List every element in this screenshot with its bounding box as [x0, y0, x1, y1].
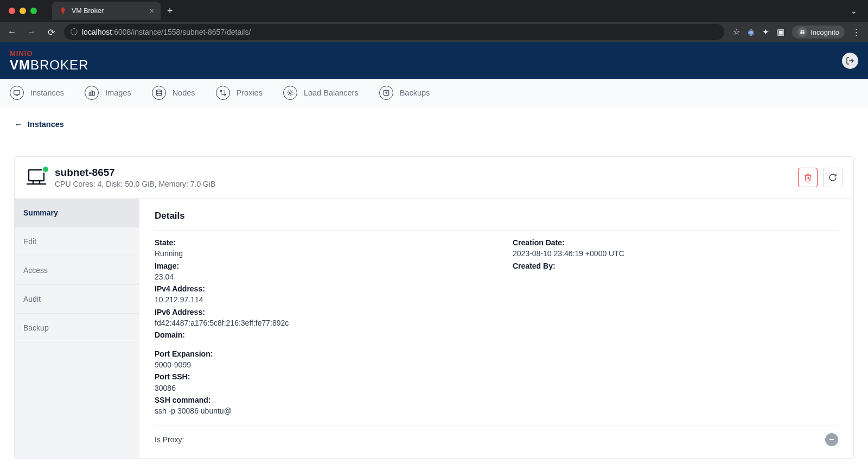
browser-tab[interactable]: VM Broker ×	[52, 2, 161, 20]
svg-rect-3	[14, 90, 20, 94]
bookmark-star-icon[interactable]: ☆	[733, 27, 740, 37]
svg-point-9	[220, 90, 221, 91]
trash-icon	[803, 173, 812, 182]
delete-instance-button[interactable]	[798, 168, 818, 187]
svg-point-11	[289, 92, 291, 94]
site-info-icon[interactable]: ⓘ	[71, 27, 78, 37]
details-left-column: State: Running Image: 23.04 IPv4 Address…	[155, 236, 480, 417]
app-brand: MINIO VMBROKER	[10, 49, 88, 73]
browser-menu-icon[interactable]: ⋮	[852, 27, 860, 37]
nav-instances[interactable]: Instances	[10, 86, 64, 100]
svg-point-1	[802, 32, 805, 34]
window-controls	[4, 8, 41, 14]
card-header: subnet-8657 CPU Cores: 4, Disk: 50.0 GiB…	[15, 157, 853, 199]
extensions-icon[interactable]: ✦	[762, 27, 769, 37]
port-ssh-label: Port SSH:	[155, 371, 480, 382]
image-label: Image:	[155, 261, 480, 271]
port-ssh-value: 30086	[155, 383, 480, 393]
side-tab-audit[interactable]: Audit	[15, 285, 139, 314]
side-tab-access[interactable]: Access	[15, 256, 139, 285]
url-port: :6008	[112, 28, 131, 36]
nav-forward-button[interactable]: →	[25, 27, 38, 37]
creation-date-label: Creation Date:	[513, 237, 838, 248]
logout-button[interactable]	[842, 53, 858, 69]
breadcrumb-label: Instances	[28, 120, 64, 129]
logout-icon	[846, 56, 854, 65]
state-value: Running	[155, 248, 480, 259]
ssh-command-label: SSH command:	[155, 395, 480, 405]
tab-close-icon[interactable]: ×	[150, 7, 154, 15]
url-path: /instance/1558/subnet-8657/details/	[131, 28, 251, 36]
nav-backups[interactable]: Backups	[379, 86, 430, 100]
details-heading: Details	[155, 211, 838, 221]
svg-rect-5	[89, 93, 91, 96]
ipv6-value: fd42:4487:a176:5c8f:216:3eff:fe77:892c	[155, 317, 480, 328]
is-proxy-label: Is Proxy:	[155, 435, 184, 444]
state-label: State:	[155, 237, 480, 248]
tab-favicon-icon	[59, 7, 67, 15]
ipv6-label: IPv6 Address:	[155, 307, 480, 317]
url-host: localhost	[82, 28, 112, 36]
extension-badge-icon[interactable]: ◉	[748, 27, 755, 37]
status-running-dot	[42, 166, 49, 173]
port-expansion-value: 9000-9099	[155, 359, 480, 370]
svg-rect-6	[91, 91, 93, 95]
incognito-icon	[797, 27, 807, 37]
side-tab-edit[interactable]: Edit	[15, 227, 139, 256]
is-proxy-indicator: −	[825, 433, 838, 446]
side-tab-backup[interactable]: Backup	[15, 314, 139, 342]
url-input[interactable]: ⓘ localhost:6008/instance/1558/subnet-86…	[64, 24, 724, 40]
instances-icon	[10, 86, 24, 100]
nodes-icon	[152, 86, 166, 100]
instance-icon	[25, 168, 47, 187]
svg-rect-13	[29, 170, 44, 181]
ssh-command-value: ssh -p 30086 ubuntu@	[155, 405, 480, 416]
brand-main: VMBROKER	[10, 58, 88, 73]
images-icon	[85, 86, 99, 100]
top-nav: Instances Images Nodes Proxies Load Bala…	[0, 79, 868, 106]
window-close-button[interactable]	[9, 8, 15, 14]
brand-top: MINIO	[10, 49, 88, 58]
nav-proxies[interactable]: Proxies	[216, 86, 263, 100]
image-value: 23.04	[155, 271, 480, 282]
svg-point-0	[800, 32, 802, 34]
instance-card: subnet-8657 CPU Cores: 4, Disk: 50.0 GiB…	[14, 156, 854, 459]
content-area: subnet-8657 CPU Cores: 4, Disk: 50.0 GiB…	[0, 142, 868, 470]
nav-reload-button[interactable]: ⟳	[44, 27, 58, 37]
creation-date-value: 2023-08-10 23:46:19 +0000 UTC	[513, 248, 838, 259]
browser-address-bar: ← → ⟳ ⓘ localhost:6008/instance/1558/sub…	[0, 22, 868, 42]
window-maximize-button[interactable]	[30, 8, 37, 14]
nav-load-balancers[interactable]: Load Balancers	[283, 86, 359, 100]
breadcrumb[interactable]: ← Instances	[0, 106, 868, 142]
load-balancers-icon	[283, 86, 297, 100]
is-proxy-row: Is Proxy: −	[155, 425, 838, 446]
refresh-icon	[828, 173, 837, 182]
svg-point-10	[224, 94, 225, 95]
app-header: MINIO VMBROKER	[0, 42, 868, 79]
svg-rect-7	[93, 92, 94, 95]
browser-chrome: VM Broker × + ⌄ ← → ⟳ ⓘ localhost:6008/i…	[0, 0, 868, 42]
browser-tab-bar: VM Broker × + ⌄	[0, 0, 868, 22]
domain-label: Domain:	[155, 329, 480, 340]
side-tab-summary[interactable]: Summary	[15, 199, 139, 227]
card-body: Summary Edit Access Audit Backup Details…	[15, 199, 853, 458]
instance-specs: CPU Cores: 4, Disk: 50.0 GiB, Memory: 7.…	[55, 180, 215, 188]
port-expansion-label: Port Expansion:	[155, 348, 480, 359]
nav-back-button[interactable]: ←	[5, 27, 18, 37]
back-arrow-icon: ←	[14, 119, 22, 129]
incognito-label: Incognito	[810, 28, 839, 36]
incognito-indicator[interactable]: Incognito	[792, 26, 845, 39]
nav-images[interactable]: Images	[85, 86, 131, 100]
tabs-dropdown-icon[interactable]: ⌄	[844, 7, 864, 15]
ipv4-label: IPv4 Address:	[155, 283, 480, 294]
window-minimize-button[interactable]	[20, 8, 26, 14]
nav-nodes[interactable]: Nodes	[152, 86, 195, 100]
ipv4-value: 10.212.97.114	[155, 294, 480, 305]
details-right-column: Creation Date: 2023-08-10 23:46:19 +0000…	[513, 236, 838, 417]
side-panel-icon[interactable]: ▣	[777, 27, 784, 37]
new-tab-button[interactable]: +	[161, 5, 180, 17]
backups-icon	[379, 86, 393, 100]
refresh-button[interactable]	[823, 168, 843, 187]
instance-name: subnet-8657	[55, 167, 215, 179]
tab-title: VM Broker	[72, 7, 145, 15]
